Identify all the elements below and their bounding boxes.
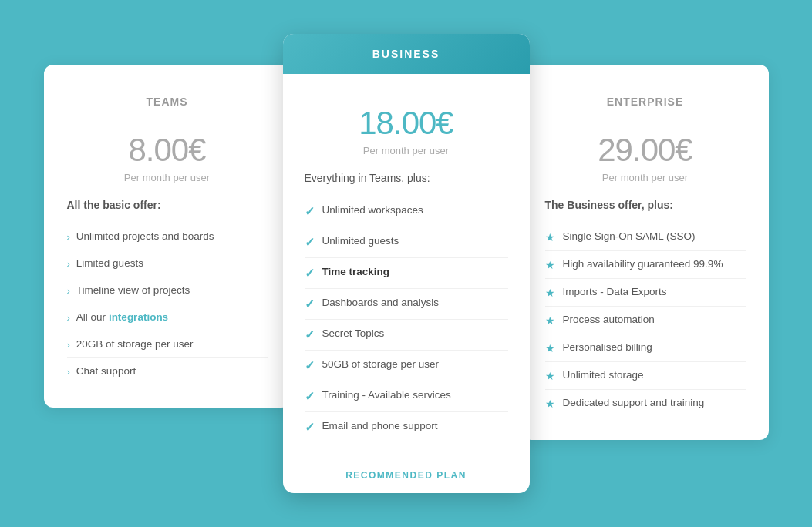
list-item: ★ Personalised billing <box>545 334 746 362</box>
feature-text: Dashboards and analysis <box>322 297 440 308</box>
feature-text: Unlimited guests <box>322 235 399 247</box>
business-card: BUSINESS 18.00€ Per month per user Every… <box>283 34 530 493</box>
star-icon: ★ <box>545 342 555 354</box>
list-item: › All our integrations <box>67 304 268 331</box>
teams-price: 8.00€ <box>67 132 268 169</box>
pricing-container: TEAMS 8.00€ Per month per user All the b… <box>0 11 812 516</box>
list-item: ✓ Dashboards and analysis <box>305 289 508 320</box>
teams-card: TEAMS 8.00€ Per month per user All the b… <box>44 65 291 408</box>
list-item: › 20GB of storage per user <box>67 331 268 358</box>
feature-text: Time tracking <box>322 266 390 277</box>
business-feature-list: ✓ Unlimited workspaces ✓ Unlimited guest… <box>305 196 508 442</box>
list-item: ★ Unlimited storage <box>545 362 746 390</box>
star-icon: ★ <box>545 287 555 299</box>
feature-text: Unlimited storage <box>563 369 644 381</box>
star-icon: ★ <box>545 314 555 327</box>
feature-text: High availability guaranteed 99.9% <box>563 258 723 270</box>
feature-text: Limited guests <box>76 257 143 269</box>
chevron-icon: › <box>67 231 70 243</box>
enterprise-intro: The Business offer, plus: <box>545 199 746 211</box>
enterprise-period: Per month per user <box>545 172 746 183</box>
list-item: ★ High availability guaranteed 99.9% <box>545 251 746 279</box>
teams-feature-list: › Unlimited projects and boards › Limite… <box>67 223 268 384</box>
business-intro: Everything in Teams, plus: <box>305 172 508 184</box>
list-item: ✓ 50GB of storage per user <box>305 351 508 381</box>
star-icon: ★ <box>545 370 555 382</box>
chevron-icon: › <box>67 339 70 351</box>
feature-text: Secret Topics <box>322 327 385 339</box>
recommended-plan-button[interactable]: RECOMMENDED PLAN <box>283 458 530 493</box>
list-item: ✓ Secret Topics <box>305 320 508 351</box>
list-item: ★ Process automation <box>545 307 746 334</box>
feature-text: Unlimited projects and boards <box>76 230 214 242</box>
teams-period: Per month per user <box>67 172 268 183</box>
star-icon: ★ <box>545 231 555 243</box>
list-item: ✓ Unlimited guests <box>305 227 508 258</box>
enterprise-header: ENTERPRISE <box>545 80 746 116</box>
business-header: BUSINESS <box>283 34 530 74</box>
enterprise-card: ENTERPRISE 29.00€ Per month per user The… <box>522 65 769 440</box>
list-item: › Limited guests <box>67 250 268 277</box>
integrations-link[interactable]: integrations <box>109 311 168 323</box>
chevron-icon: › <box>67 312 70 324</box>
check-icon: ✓ <box>305 266 315 280</box>
check-icon: ✓ <box>305 358 315 373</box>
feature-text: Single Sign-On SAML (SSO) <box>563 230 696 242</box>
check-icon: ✓ <box>305 420 315 435</box>
enterprise-feature-list: ★ Single Sign-On SAML (SSO) ★ High avail… <box>545 223 746 417</box>
chevron-icon: › <box>67 258 70 270</box>
feature-text: Process automation <box>563 314 655 325</box>
chevron-icon: › <box>67 285 70 297</box>
feature-text: Chat support <box>76 365 136 377</box>
feature-text: Personalised billing <box>563 341 652 353</box>
list-item-highlighted: ✓ Time tracking <box>305 258 508 289</box>
business-features-section: 18.00€ Per month per user Everything in … <box>283 74 530 458</box>
chevron-icon: › <box>67 366 70 378</box>
teams-header: TEAMS <box>67 80 268 116</box>
list-item: › Chat support <box>67 358 268 384</box>
list-item: ✓ Unlimited workspaces <box>305 196 508 227</box>
check-icon: ✓ <box>305 297 315 311</box>
feature-text: Imports - Data Exports <box>563 286 667 297</box>
feature-text: Timeline view of projects <box>76 284 190 296</box>
feature-text: 50GB of storage per user <box>322 358 440 370</box>
list-item: › Timeline view of projects <box>67 277 268 304</box>
list-item: ✓ Email and phone support <box>305 412 508 442</box>
check-icon: ✓ <box>305 204 315 219</box>
enterprise-price: 29.00€ <box>545 132 746 169</box>
feature-text: Unlimited workspaces <box>322 204 423 216</box>
feature-text: All our integrations <box>76 311 168 323</box>
check-icon: ✓ <box>305 389 315 404</box>
list-item: ★ Dedicated support and training <box>545 390 746 417</box>
star-icon: ★ <box>545 259 555 271</box>
list-item: ★ Single Sign-On SAML (SSO) <box>545 223 746 251</box>
check-icon: ✓ <box>305 327 315 342</box>
star-icon: ★ <box>545 398 555 410</box>
feature-text: 20GB of storage per user <box>76 338 194 350</box>
feature-text: Email and phone support <box>322 420 438 431</box>
business-price: 18.00€ <box>305 105 508 142</box>
check-icon: ✓ <box>305 235 315 250</box>
business-period: Per month per user <box>305 145 508 156</box>
list-item: › Unlimited projects and boards <box>67 223 268 250</box>
feature-text: Training - Available services <box>322 389 451 401</box>
teams-section-title: All the basic offer: <box>67 199 268 211</box>
list-item: ✓ Training - Available services <box>305 381 508 412</box>
list-item: ★ Imports - Data Exports <box>545 279 746 307</box>
feature-text: Dedicated support and training <box>563 397 705 408</box>
